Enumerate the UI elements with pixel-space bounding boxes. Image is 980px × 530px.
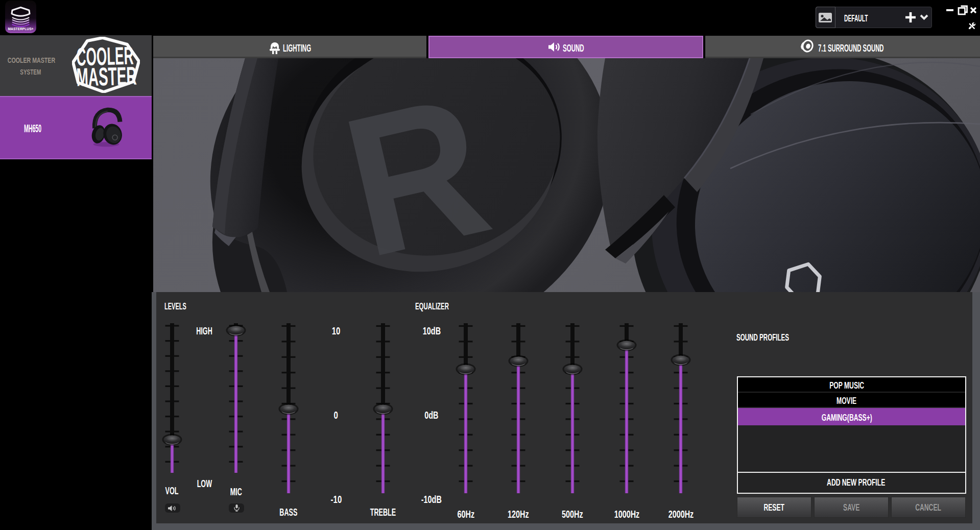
svg-text:MASTERPLUS+: MASTERPLUS+ bbox=[8, 27, 34, 31]
svg-text:MASTER: MASTER bbox=[76, 61, 137, 91]
